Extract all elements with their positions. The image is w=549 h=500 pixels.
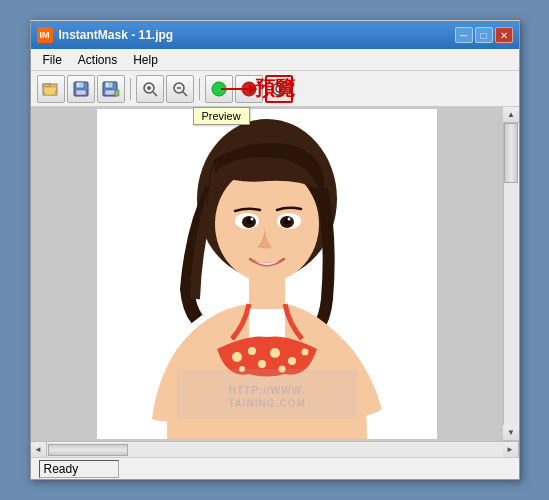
scroll-up-button[interactable]: ▲	[503, 107, 519, 123]
svg-rect-9	[105, 90, 115, 95]
svg-marker-2	[43, 87, 57, 95]
window-title: InstantMask - 11.jpg	[59, 28, 174, 42]
status-bar: Ready	[31, 457, 519, 479]
svg-point-43	[288, 357, 296, 365]
image-display: HTTP://WWW. TAINING.COM	[97, 109, 437, 439]
arrow-line	[221, 88, 251, 90]
svg-rect-1	[43, 84, 50, 87]
tooltip-preview: Preview	[193, 107, 250, 125]
main-window: IM InstantMask - 11.jpg ─ □ ✕ File Actio…	[30, 20, 520, 480]
content-area: HTTP://WWW. TAINING.COM ▲ ▼	[31, 107, 519, 441]
vertical-scrollbar[interactable]: ▲ ▼	[503, 107, 519, 441]
title-bar: IM InstantMask - 11.jpg ─ □ ✕	[31, 21, 519, 49]
save-button[interactable]	[67, 75, 95, 103]
menu-help[interactable]: Help	[125, 51, 166, 69]
svg-text:TAINING.COM: TAINING.COM	[228, 398, 305, 409]
maximize-button[interactable]: □	[475, 27, 493, 43]
title-bar-left: IM InstantMask - 11.jpg	[37, 27, 174, 43]
scroll-left-button[interactable]: ◄	[31, 442, 47, 458]
svg-rect-5	[76, 90, 86, 95]
svg-point-44	[301, 349, 308, 356]
menu-file[interactable]: File	[35, 51, 70, 69]
scroll-track-v[interactable]	[504, 123, 518, 425]
svg-rect-11	[115, 90, 119, 96]
horizontal-scrollbar[interactable]: ◄ ►	[31, 441, 519, 457]
svg-point-39	[232, 352, 242, 362]
canvas-area[interactable]: HTTP://WWW. TAINING.COM	[31, 107, 503, 441]
svg-rect-10	[106, 83, 108, 87]
zoomout-button[interactable]	[166, 75, 194, 103]
scroll-right-button[interactable]: ►	[503, 442, 519, 458]
separator-1	[130, 78, 131, 100]
open-button[interactable]	[37, 75, 65, 103]
window-controls: ─ □ ✕	[455, 27, 513, 43]
svg-text:HTTP://WWW.: HTTP://WWW.	[228, 385, 305, 396]
scroll-thumb-h[interactable]	[48, 444, 128, 456]
annotation-text: 預覽	[255, 75, 295, 102]
app-icon: IM	[37, 27, 53, 43]
close-button[interactable]: ✕	[495, 27, 513, 43]
toolbar: 預覽 Preview	[31, 71, 519, 107]
svg-rect-6	[77, 83, 79, 87]
person-image: HTTP://WWW. TAINING.COM	[97, 109, 437, 439]
status-text: Ready	[39, 460, 119, 478]
zoomin-button[interactable]	[136, 75, 164, 103]
separator-2	[199, 78, 200, 100]
saveas-button[interactable]	[97, 75, 125, 103]
menu-bar: File Actions Help	[31, 49, 519, 71]
svg-point-40	[248, 347, 256, 355]
svg-point-37	[287, 218, 290, 221]
scroll-track-h[interactable]	[47, 443, 503, 457]
svg-line-17	[183, 92, 187, 96]
svg-rect-38	[249, 274, 285, 309]
minimize-button[interactable]: ─	[455, 27, 473, 43]
scroll-thumb-v[interactable]	[504, 123, 518, 183]
menu-actions[interactable]: Actions	[70, 51, 125, 69]
svg-point-41	[258, 360, 266, 368]
svg-line-13	[153, 92, 157, 96]
svg-point-33	[250, 218, 253, 221]
annotation: 預覽	[221, 75, 295, 102]
scroll-down-button[interactable]: ▼	[503, 425, 519, 441]
svg-point-42	[270, 348, 280, 358]
